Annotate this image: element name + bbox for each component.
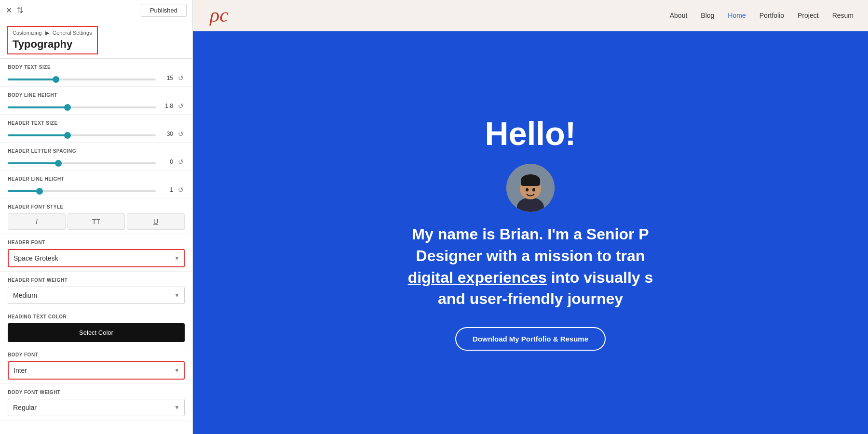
body-line-height-label: BODY LINE HEIGHT [8, 92, 185, 98]
nav-portfolio[interactable]: Portfolio [760, 12, 784, 19]
header-font-style-label: HEADER FONT STYLE [8, 204, 185, 210]
preview-nav: ρc About Blog Home Portfolio Project Res… [193, 0, 868, 31]
breadcrumb-section: Customizing ▶ General Settings Typograph… [0, 21, 192, 59]
svg-rect-10 [521, 178, 540, 186]
breadcrumb-arrow: ▶ [45, 30, 51, 36]
header-text-size-group: HEADER TEXT SIZE 30 ↺ [0, 115, 192, 143]
nav-logo: ρc [207, 1, 670, 29]
body-text-size-label: BODY TEXT SIZE [8, 65, 185, 70]
body-line-height-value: 1.8 [160, 103, 173, 109]
logo-svg: ρc [207, 1, 236, 26]
left-panel: ✕ ⇅ Published Customizing ▶ General Sett… [0, 0, 193, 434]
hero-desc-line2: Designer with a mission to tran [408, 245, 653, 267]
header-text-size-reset[interactable]: ↺ [177, 130, 185, 138]
download-button[interactable]: Download My Portfolio & Resume [455, 327, 606, 351]
body-font-weight-label: BODY FONT WEIGHT [8, 390, 185, 395]
body-font-select-wrap: Inter Roboto Open Sans Space Grotesk ▼ [8, 361, 185, 380]
preview-hero: Hello! [193, 31, 868, 434]
hero-desc: My name is Brian. I'm a Senior P Designe… [408, 224, 653, 310]
header-line-height-slider-wrap [8, 185, 156, 194]
svg-text:ρc: ρc [209, 4, 229, 26]
header-font-select[interactable]: Space Grotesk Inter Roboto Open Sans [8, 249, 185, 267]
header-font-weight-select[interactable]: Medium Regular Bold Light [8, 287, 185, 304]
select-color-button[interactable]: Select Color [8, 323, 185, 342]
hero-desc-line3: digital experiences into visually s [408, 267, 653, 289]
breadcrumb-part1: Customizing [13, 30, 42, 36]
header-letter-spacing-group: HEADER LETTER SPACING 0 ↺ [0, 143, 192, 171]
body-line-height-slider[interactable] [8, 106, 156, 108]
nav-project[interactable]: Project [798, 12, 819, 19]
hero-desc-line4: and user-friendly journey [408, 288, 653, 310]
body-font-weight-group: BODY FONT WEIGHT Regular Medium Bold Lig… [0, 384, 192, 421]
header-letter-spacing-label: HEADER LETTER SPACING [8, 148, 185, 154]
header-line-height-group: HEADER LINE HEIGHT 1 ↺ [0, 171, 192, 198]
body-line-height-row: 1.8 ↺ [8, 102, 185, 110]
italic-button[interactable]: I [8, 213, 66, 230]
underline-button[interactable]: U [127, 213, 185, 230]
nav-resume[interactable]: Resum [832, 12, 854, 19]
body-text-size-slider[interactable] [8, 79, 156, 80]
font-style-row: I TT U [8, 213, 185, 230]
header-line-height-reset[interactable]: ↺ [177, 186, 185, 194]
panel-content: BODY TEXT SIZE 15 ↺ BODY LINE HEIGHT 1.8… [0, 59, 192, 434]
header-font-style-group: HEADER FONT STYLE I TT U [0, 198, 192, 234]
header-text-size-label: HEADER TEXT SIZE [8, 120, 185, 126]
body-text-size-slider-wrap [8, 74, 156, 82]
hero-desc-line1: My name is Brian. I'm a Senior P [408, 224, 653, 245]
header-letter-spacing-slider-wrap [8, 158, 156, 166]
header-text-size-value: 30 [160, 131, 173, 137]
header-letter-spacing-value: 0 [160, 158, 173, 165]
breadcrumb-box: Customizing ▶ General Settings Typograph… [7, 26, 98, 54]
header-text-size-slider[interactable] [8, 134, 156, 136]
body-line-height-slider-wrap [8, 102, 156, 110]
header-font-weight-select-wrap: Medium Regular Bold Light ▼ [8, 287, 185, 304]
body-font-weight-select-wrap: Regular Medium Bold Light ▼ [8, 399, 185, 416]
body-line-height-group: BODY LINE HEIGHT 1.8 ↺ [0, 87, 192, 115]
breadcrumb-part2: General Settings [53, 30, 92, 36]
header-font-weight-label: HEADER FONT WEIGHT [8, 277, 185, 283]
body-text-size-reset[interactable]: ↺ [177, 74, 185, 82]
breadcrumb-nav: Customizing ▶ General Settings [13, 30, 92, 36]
nav-home[interactable]: Home [728, 12, 746, 19]
right-panel: ρc About Blog Home Portfolio Project Res… [193, 0, 868, 434]
published-button[interactable]: Published [141, 4, 187, 17]
nav-blog[interactable]: Blog [701, 12, 714, 19]
body-text-size-group: BODY TEXT SIZE 15 ↺ [0, 59, 192, 87]
header-line-height-value: 1 [160, 186, 173, 193]
header-letter-spacing-slider[interactable] [8, 162, 156, 164]
header-text-size-row: 30 ↺ [8, 130, 185, 138]
hero-desc-line3-rest: into visually s [551, 269, 653, 286]
header-line-height-label: HEADER LINE HEIGHT [8, 176, 185, 182]
svg-point-11 [526, 188, 529, 191]
bold-button[interactable]: TT [68, 213, 125, 230]
sort-icon[interactable]: ⇅ [17, 6, 23, 15]
header-letter-spacing-row: 0 ↺ [8, 158, 185, 166]
header-line-height-slider[interactable] [8, 190, 156, 192]
body-line-height-reset[interactable]: ↺ [177, 102, 185, 110]
header-font-weight-group: HEADER FONT WEIGHT Medium Regular Bold L… [0, 272, 192, 308]
header-font-select-wrap: Space Grotesk Inter Roboto Open Sans ▼ [8, 249, 185, 267]
header-font-label: HEADER FONT [8, 240, 185, 245]
nav-links: About Blog Home Portfolio Project Resum [670, 12, 854, 19]
avatar [506, 164, 555, 212]
page-title: Typography [13, 38, 92, 51]
body-font-weight-select[interactable]: Regular Medium Bold Light [8, 399, 185, 416]
body-font-group: BODY FONT Inter Roboto Open Sans Space G… [0, 346, 192, 384]
panel-topbar: ✕ ⇅ Published [0, 0, 192, 21]
close-icon[interactable]: ✕ [6, 6, 12, 15]
heading-text-color-group: HEADING TEXT COLOR Select Color [0, 308, 192, 346]
svg-point-12 [532, 188, 535, 191]
hero-desc-underline: digital experiences [408, 269, 547, 286]
header-line-height-row: 1 ↺ [8, 185, 185, 194]
avatar-svg [506, 164, 555, 212]
body-font-select[interactable]: Inter Roboto Open Sans Space Grotesk [8, 361, 185, 380]
header-letter-spacing-reset[interactable]: ↺ [177, 158, 185, 166]
hero-hello: Hello! [485, 115, 576, 152]
body-text-size-value: 15 [160, 75, 173, 81]
body-font-label: BODY FONT [8, 352, 185, 357]
header-text-size-slider-wrap [8, 130, 156, 138]
header-font-group: HEADER FONT Space Grotesk Inter Roboto O… [0, 234, 192, 272]
body-text-size-row: 15 ↺ [8, 74, 185, 82]
heading-text-color-label: HEADING TEXT COLOR [8, 314, 185, 319]
nav-about[interactable]: About [670, 12, 688, 19]
